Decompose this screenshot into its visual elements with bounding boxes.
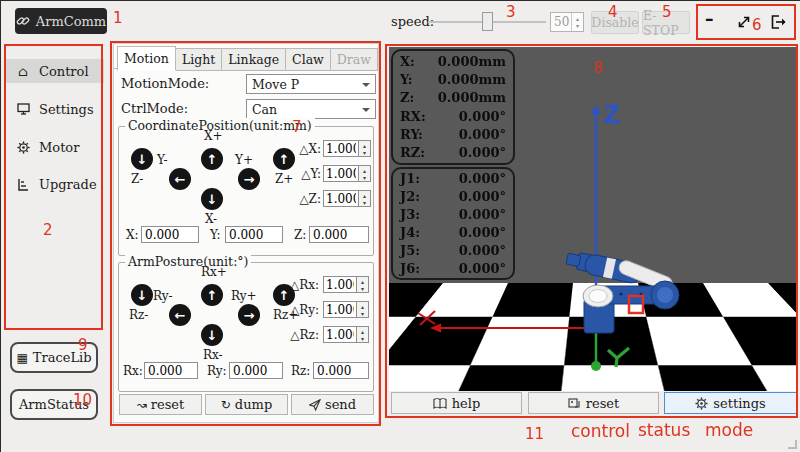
x-plus-button[interactable]: ↑ <box>201 148 223 170</box>
spin-down-icon[interactable]: ▾ <box>361 335 364 342</box>
spin-down-icon[interactable]: ▾ <box>363 174 366 181</box>
sidebar-item-control[interactable]: ⌂ Control <box>4 59 104 83</box>
tab-motion[interactable]: Motion <box>117 46 176 71</box>
delta-y-input[interactable] <box>323 165 359 182</box>
tab-draw[interactable]: Draw <box>330 48 378 71</box>
y-minus-button[interactable]: ← <box>169 168 191 190</box>
delta-x-label: △X: <box>291 142 321 156</box>
x-axis-arrowhead <box>430 324 441 333</box>
dump-button-label: dump <box>235 397 272 412</box>
ry-minus-button[interactable]: ← <box>169 304 191 326</box>
speed-slider-handle[interactable] <box>482 12 493 31</box>
ry-field-input[interactable] <box>229 362 283 379</box>
sidebar-item-label: Upgrade <box>39 177 97 192</box>
tab-light[interactable]: Light <box>175 48 222 71</box>
x-plus-label: X+ <box>204 129 223 143</box>
y-field-input[interactable] <box>225 226 283 243</box>
speed-spin-arrows[interactable]: ▴ ▾ <box>571 13 583 31</box>
rx-field-input[interactable] <box>144 362 198 379</box>
z-field-input[interactable] <box>309 226 369 243</box>
spin-up-icon[interactable]: ▴ <box>363 192 366 199</box>
spin-up-icon[interactable]: ▴ <box>361 303 364 310</box>
disable-button[interactable]: Disable <box>591 11 639 34</box>
coordinate-position-group: CoordinatePosition(unit:mm) X+ ↓ Z- Y- ←… <box>118 126 374 256</box>
viewport-reset-button[interactable]: reset <box>528 392 659 414</box>
rx-minus-button[interactable]: ↓ <box>201 324 223 346</box>
motion-mode-label: MotionMode: <box>121 76 209 91</box>
arrow-down-icon: ↓ <box>137 288 148 303</box>
arrow-up-icon: ↑ <box>207 288 218 303</box>
reset-view-icon <box>568 398 581 409</box>
maximize-icon[interactable] <box>736 14 752 30</box>
delta-ry-input[interactable] <box>323 301 357 318</box>
sidebar-item-motor[interactable]: Motor <box>4 135 104 159</box>
sidebar-item-settings[interactable]: Settings <box>4 97 104 121</box>
delta-rx-spin-arrows[interactable]: ▴▾ <box>357 276 369 293</box>
rz-field-label: Rz: <box>291 364 310 378</box>
spin-down-icon[interactable]: ▾ <box>361 285 364 292</box>
delta-x-input[interactable] <box>323 140 359 157</box>
motion-mode-select[interactable]: Move P <box>246 74 376 94</box>
y-plus-button[interactable]: → <box>238 168 260 190</box>
x-minus-button[interactable]: ↓ <box>201 188 223 210</box>
delta-x-spin-arrows[interactable]: ▴▾ <box>359 140 371 157</box>
delta-ry-spin-arrows[interactable]: ▴▾ <box>357 301 369 318</box>
spin-down-icon[interactable]: ▾ <box>363 149 366 156</box>
viewport-settings-button[interactable]: settings <box>664 392 797 414</box>
delta-rz-spin-arrows[interactable]: ▴▾ <box>357 326 369 343</box>
arm-posture-group: ArmPosture(unit:°) Rx+ ↓ Rz- Ry- ← ↑ ↓ R… <box>118 262 374 392</box>
3d-viewport[interactable]: Z <box>389 47 797 391</box>
ry-minus-label: Ry- <box>153 289 173 303</box>
chevron-down-icon <box>362 83 370 87</box>
sidebar-item-upgrade[interactable]: Upgrade <box>4 172 104 196</box>
tracelib-button[interactable]: ▦ TraceLib <box>10 342 98 373</box>
delta-rz-input[interactable] <box>323 326 357 343</box>
spin-down-icon[interactable]: ▾ <box>361 310 364 317</box>
dump-button[interactable]: ↻ dump <box>205 394 288 415</box>
pose-label: RZ: <box>400 145 425 160</box>
delta-z-input[interactable] <box>323 190 359 207</box>
rx-minus-label: Rx- <box>203 348 223 362</box>
delta-rx-input[interactable] <box>323 276 357 293</box>
exit-icon[interactable] <box>770 14 787 30</box>
spin-up-icon[interactable]: ▴ <box>361 278 364 285</box>
arrow-left-icon: ← <box>175 172 186 187</box>
readout-row: Y:0.000mm <box>393 72 513 87</box>
tab-claw[interactable]: Claw <box>285 48 331 71</box>
reset-squiggle-icon: ↝ <box>137 398 147 412</box>
viewport-help-button[interactable]: help <box>391 392 522 414</box>
link-disconnected-icon <box>16 14 30 28</box>
joint-value: 0.000° <box>459 207 506 222</box>
delta-z-spin-arrows[interactable]: ▴▾ <box>359 190 371 207</box>
rz-minus-button[interactable]: ↓ <box>131 284 153 306</box>
z-minus-button[interactable]: ↓ <box>131 148 153 170</box>
armcomm-connect-button[interactable]: ArmComm <box>15 8 107 34</box>
resize-grip[interactable] <box>788 440 797 449</box>
spin-down-icon[interactable]: ▾ <box>363 199 366 206</box>
tab-linkage[interactable]: Linkage <box>221 48 286 71</box>
annotation-number-1: 1 <box>113 9 123 27</box>
joint-value: 0.000° <box>459 261 506 276</box>
delta-y-spin-arrows[interactable]: ▴▾ <box>359 165 371 182</box>
x-field-input[interactable] <box>141 226 199 243</box>
joint-value: 0.000° <box>459 171 506 186</box>
y-plus-label: Y+ <box>235 153 253 167</box>
rx-plus-button[interactable]: ↑ <box>201 284 223 306</box>
rz-minus-label: Rz- <box>129 308 148 322</box>
send-button[interactable]: send <box>291 394 374 415</box>
spin-down-icon[interactable]: ▾ <box>576 22 579 29</box>
arrow-up-icon: ↑ <box>207 152 218 167</box>
minimize-icon[interactable]: – <box>705 9 714 29</box>
readout-row: J6:0.000° <box>393 261 513 276</box>
spin-up-icon[interactable]: ▴ <box>363 142 366 149</box>
ry-plus-button[interactable]: → <box>238 304 260 326</box>
ctrl-mode-select[interactable]: Can <box>246 99 376 119</box>
reset-button[interactable]: ↝ reset <box>119 394 202 415</box>
spin-up-icon[interactable]: ▴ <box>361 328 364 335</box>
speed-spinbox[interactable]: ▴ ▾ <box>550 12 584 32</box>
armstatus-button[interactable]: ArmStatus <box>10 389 98 420</box>
spin-up-icon[interactable]: ▴ <box>363 167 366 174</box>
estop-button[interactable]: E-STOP <box>642 11 690 34</box>
spin-up-icon[interactable]: ▴ <box>576 15 579 22</box>
rz-field-input[interactable] <box>313 362 369 379</box>
